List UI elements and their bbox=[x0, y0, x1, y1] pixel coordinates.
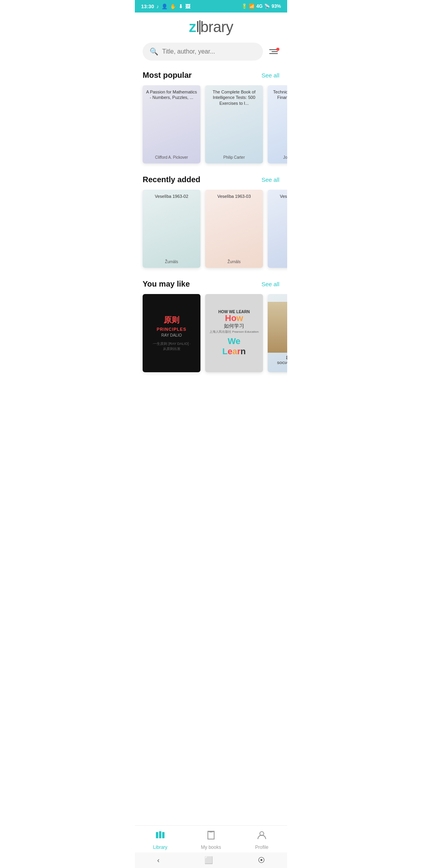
battery-icon: 🔋 bbox=[241, 4, 247, 9]
book-cover: 👥 社会心理学 SOCIAL PSYCHOLOGY ★★★ bbox=[268, 294, 287, 372]
image-icon: 🖼 bbox=[185, 4, 190, 9]
book-cover: Veselība 1963-03 Žurnāls bbox=[205, 190, 263, 268]
list-item[interactable]: A Passion for Mathematics - Numbers, Puz… bbox=[143, 85, 200, 163]
network-label: 4G bbox=[256, 4, 263, 9]
most-popular-row: A Passion for Mathematics - Numbers, Puz… bbox=[135, 85, 287, 171]
list-item[interactable]: Veselība 1963-03 Žurnāls bbox=[205, 190, 263, 268]
status-bar: 13:30 ♪ 👤 ✋ ⬇ 🖼 🔋 📶 4G 📡 93% bbox=[135, 0, 287, 13]
list-item[interactable]: The Complete Book of Intelligence Tests:… bbox=[205, 85, 263, 163]
recently-added-title: Recently added bbox=[143, 175, 200, 184]
list-item[interactable]: Veselība 1963-05 Žurnāls bbox=[268, 190, 287, 268]
time: 13:30 bbox=[141, 4, 154, 9]
book-author: Žurnāls bbox=[146, 260, 197, 264]
book-author: John J. Murphy bbox=[271, 155, 287, 160]
app-logo: zlbrary bbox=[189, 19, 233, 36]
book-cover: Veselība 1963-05 Žurnāls bbox=[268, 190, 287, 268]
search-container: 🔍 bbox=[135, 39, 287, 67]
most-popular-title: Most popular bbox=[143, 71, 192, 80]
main-content: zlbrary 🔍 Most popular See all A Passion… bbox=[135, 13, 287, 419]
book-author: Clifford A. Pickover bbox=[146, 155, 197, 160]
status-right: 🔋 📶 4G 📡 93% bbox=[241, 4, 281, 9]
book-title: Veselība 1963-05 bbox=[271, 194, 287, 199]
filter-dot bbox=[276, 48, 279, 51]
list-item[interactable]: 👥 社会心理学 SOCIAL PSYCHOLOGY ★★★ bbox=[268, 294, 287, 372]
book-title-zh: 原则 bbox=[164, 315, 179, 325]
you-may-like-row: 原则 PRINCIPLES RAY DALIO ·一生原则 [RAY DALIO… bbox=[135, 294, 287, 380]
music-icon: ♪ bbox=[156, 4, 159, 9]
wifi-icon: 📶 bbox=[249, 4, 255, 9]
book-title: The Complete Book of Intelligence Tests:… bbox=[208, 89, 260, 106]
book-title-en: PRINCIPLES bbox=[157, 327, 186, 332]
book-title-container: 社会心理学 SOCIAL PSYCHOLOGY ★★★ bbox=[268, 353, 287, 372]
book-title: Veselība 1963-02 bbox=[146, 194, 197, 199]
book-cover: Technical Analysis of the Financial Mark… bbox=[268, 85, 287, 163]
touch-icon: ✋ bbox=[170, 4, 176, 9]
social-crowd-icon: 👥 bbox=[268, 302, 287, 353]
book-cover: Veselība 1963-02 Žurnāls bbox=[143, 190, 200, 268]
search-box[interactable]: 🔍 bbox=[143, 43, 263, 61]
search-input[interactable] bbox=[162, 48, 256, 55]
book-subtitle: ·一生原则 [RAY DALIO] ·从原则出发 bbox=[152, 341, 191, 352]
book-author: Žurnāls bbox=[271, 260, 287, 264]
book-title: HOW WE LEARN How 如何学习 上海人民出版社 Pearson Ed… bbox=[209, 310, 259, 357]
book-author: RAY DALIO bbox=[161, 333, 182, 337]
download-icon: ⬇ bbox=[179, 4, 183, 9]
book-cover: HOW WE LEARN How 如何学习 上海人民出版社 Pearson Ed… bbox=[205, 294, 263, 372]
list-item[interactable]: 原则 PRINCIPLES RAY DALIO ·一生原则 [RAY DALIO… bbox=[143, 294, 200, 372]
book-title: Technical Analysis of the Financial Mark… bbox=[271, 89, 287, 106]
recently-added-row: Veselība 1963-02 Žurnāls Veselība 1963-0… bbox=[135, 190, 287, 276]
book-subtitle: SOCIAL PSYCHOLOGY bbox=[270, 361, 287, 365]
search-icon: 🔍 bbox=[150, 47, 158, 56]
most-popular-header: Most popular See all bbox=[135, 67, 287, 85]
book-author: Philip Carter bbox=[208, 155, 260, 160]
logo-container: zlbrary bbox=[135, 13, 287, 39]
recently-added-header: Recently added See all bbox=[135, 171, 287, 190]
list-item[interactable]: HOW WE LEARN How 如何学习 上海人民出版社 Pearson Ed… bbox=[205, 294, 263, 372]
you-may-like-header: You may like See all bbox=[135, 276, 287, 294]
book-cover: The Complete Book of Intelligence Tests:… bbox=[205, 85, 263, 163]
user-icon: 👤 bbox=[161, 4, 168, 9]
book-title: A Passion for Mathematics - Numbers, Puz… bbox=[146, 89, 197, 100]
battery-percent: 93% bbox=[272, 4, 281, 9]
list-item[interactable]: Veselība 1963-02 Žurnāls bbox=[143, 190, 200, 268]
signal-icon: 📡 bbox=[264, 4, 270, 9]
you-may-like-title: You may like bbox=[143, 280, 190, 289]
status-left: 13:30 ♪ 👤 ✋ ⬇ 🖼 bbox=[141, 4, 190, 9]
you-may-like-see-all[interactable]: See all bbox=[261, 281, 279, 287]
most-popular-see-all[interactable]: See all bbox=[261, 72, 279, 79]
book-cover: A Passion for Mathematics - Numbers, Puz… bbox=[143, 85, 200, 163]
filter-button[interactable] bbox=[268, 48, 279, 56]
list-item[interactable]: Technical Analysis of the Financial Mark… bbox=[268, 85, 287, 163]
recently-added-see-all[interactable]: See all bbox=[261, 176, 279, 183]
book-author: Žurnāls bbox=[208, 260, 260, 264]
book-title: Veselība 1963-03 bbox=[208, 194, 260, 199]
book-title: 社会心理学 bbox=[270, 355, 287, 361]
book-cover: 原则 PRINCIPLES RAY DALIO ·一生原则 [RAY DALIO… bbox=[143, 294, 200, 372]
